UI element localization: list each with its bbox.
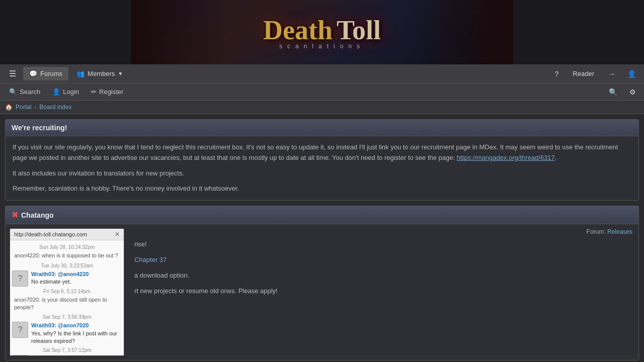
search-label: Search: [20, 88, 40, 96]
chat-widget: http://death-toll.chatango.com ✕ Sun Jul…: [10, 228, 124, 356]
chat-message-4: ? Wraith03: @anon7020 Yes, why? Is the l…: [12, 322, 122, 345]
chatango-inner: http://death-toll.chatango.com ✕ Sun Jul…: [6, 224, 638, 360]
chatango-icon: ✖: [12, 210, 18, 220]
chat-timestamp-2: Tue July 30, 3:23:53am: [12, 263, 122, 268]
releases-content: Forum: Releases rise! Chapter 37 a downl…: [128, 224, 638, 360]
home-icon: 🏠: [5, 104, 13, 111]
portal-link[interactable]: Portal: [16, 104, 31, 111]
chat-bubble-2: Wraith03: @anon7020 Yes, why? Is the lin…: [31, 322, 122, 345]
chat-avatar-wraith03-1: ?: [12, 270, 28, 287]
login-icon-button[interactable]: →: [604, 67, 619, 81]
chat-message-3: anon7020: is your discord still open to …: [12, 295, 122, 313]
sub-navbar: 🔍 Search 👤 Login ✏ Register 🔍 ⚙: [0, 83, 644, 101]
recruiting-title: We're recruiting!: [12, 124, 67, 132]
topnav-left: ☰ 💬 Forums 👥 Members ▼: [4, 66, 551, 81]
forum-label: Forum: Releases: [134, 228, 632, 235]
chat-sender-1: Wraith03: @anon4220: [31, 270, 89, 278]
chat-message-1: anon4220: when is it supposed to be out …: [12, 251, 122, 260]
advanced-search-button[interactable]: ⚙: [625, 85, 640, 99]
subnav-left: 🔍 Search 👤 Login ✏ Register: [4, 85, 605, 98]
chat-message-2: ? Wraith03: @anon4220 No estimate yet.: [12, 270, 122, 287]
forums-label: Forums: [40, 70, 62, 77]
chat-bubble-3: Wraith03: Well, if it has, here:: [31, 355, 78, 356]
reader-label: Reader: [573, 70, 594, 77]
chat-timestamp-1: Sun July 28, 10:24:32pm: [12, 244, 122, 250]
releases-entry-3: a download option.: [134, 270, 632, 281]
chat-widget-url: http://death-toll.chatango.com: [14, 231, 87, 237]
chat-timestamp-4: Sat Sep 7, 3:56:39pm: [12, 314, 122, 320]
banner-inner: Death Toll scanlations: [131, 0, 513, 64]
help-button[interactable]: ?: [551, 67, 563, 81]
chat-timestamp-3: Fri Sep 6, 5:12:14pm: [12, 289, 122, 294]
members-dropdown-icon: ▼: [118, 71, 123, 76]
chapter-link[interactable]: Chapter 37: [134, 256, 167, 263]
register-icon-button[interactable]: 👤: [623, 67, 640, 81]
recruiting-body: If you visit our site regularly, you kno…: [6, 136, 638, 200]
chat-avatar-wraith03-3: ?: [12, 355, 28, 356]
chat-text-2: Yes, why? Is the link I post with our re…: [31, 330, 122, 345]
login-icon: 👤: [52, 88, 60, 96]
breadcrumb-separator: ›: [34, 104, 36, 111]
register-icon: ✏: [91, 88, 97, 96]
forums-nav-button[interactable]: 💬 Forums: [23, 67, 68, 80]
hamburger-button[interactable]: ☰: [4, 66, 21, 81]
chat-messages: Sun July 28, 10:24:32pm anon4220: when i…: [10, 240, 124, 355]
chatango-body: http://death-toll.chatango.com ✕ Sun Jul…: [6, 224, 638, 360]
members-nav-button[interactable]: 👥 Members ▼: [70, 67, 129, 80]
main-content: We're recruiting! If you visit our site …: [0, 114, 644, 362]
login-label: Login: [63, 88, 79, 96]
banner-art-left: [131, 0, 231, 64]
register-button[interactable]: ✏ Register: [86, 85, 128, 98]
chat-sender-2: Wraith03: @anon7020: [31, 322, 122, 329]
recruiting-text2: It also includes our invitation to trans…: [13, 168, 631, 179]
recruiting-box: We're recruiting! If you visit our site …: [5, 119, 639, 201]
recruiting-text3: Remember, scanlation is a hobby. There's…: [13, 184, 631, 194]
banner-art-right: [413, 0, 513, 64]
board-index-link[interactable]: Board index: [39, 104, 71, 111]
banner-title-death: Death: [263, 15, 333, 46]
chat-widget-header: http://death-toll.chatango.com ✕: [10, 229, 124, 240]
portal-label: Portal: [16, 104, 31, 111]
chat-sender-3: Wraith03:: [31, 355, 78, 356]
site-banner: Death Toll scanlations: [0, 0, 644, 64]
releases-entry-1: rise!: [134, 239, 632, 250]
banner-title-toll: Toll: [337, 15, 381, 46]
chat-close-button[interactable]: ✕: [115, 231, 120, 238]
mangadex-link[interactable]: https://mangadex.org/thread/6317: [457, 154, 555, 161]
search-icon-button[interactable]: 🔍: [605, 85, 621, 99]
members-icon: 👥: [76, 70, 85, 77]
recruiting-header: We're recruiting!: [6, 120, 638, 136]
recruiting-text1: If you visit our site regularly, you kno…: [13, 142, 631, 163]
chat-bubble-1: Wraith03: @anon4220 No estimate yet.: [31, 270, 89, 286]
banner-subtitle: scanlations: [263, 43, 381, 50]
register-label: Register: [99, 88, 123, 96]
search-button[interactable]: 🔍 Search: [4, 85, 45, 98]
reader-nav-button[interactable]: Reader: [567, 67, 600, 80]
subnav-right: 🔍 ⚙: [605, 85, 640, 99]
chat-text-1: No estimate yet.: [31, 278, 89, 286]
board-index-label: Board index: [39, 104, 71, 111]
forums-icon: 💬: [29, 70, 37, 77]
chat-message-5: ? Wraith03: Well, if it has, here:: [12, 355, 122, 356]
releases-entry-2: Chapter 37: [134, 255, 632, 265]
members-label: Members: [88, 70, 115, 77]
topnav-right: ? Reader → 👤: [551, 67, 640, 81]
releases-forum-link[interactable]: Releases: [607, 228, 632, 235]
top-navbar: ☰ 💬 Forums 👥 Members ▼ ? Reader → 👤: [0, 64, 644, 83]
search-icon: 🔍: [9, 88, 17, 96]
chatango-title: Chatango: [21, 211, 54, 219]
chatango-header: ✖ Chatango: [6, 206, 638, 224]
releases-entry-4: rt new projects or resume old ones. Plea…: [134, 286, 632, 297]
login-button[interactable]: 👤 Login: [47, 85, 84, 98]
chatango-section: ✖ Chatango http://death-toll.chatango.co…: [5, 206, 639, 360]
chat-timestamp-5: Sat Sep 7, 3:57:12pm: [12, 347, 122, 353]
breadcrumb: 🏠 Portal › Board index: [0, 101, 644, 114]
chat-avatar-wraith03-2: ?: [12, 322, 28, 338]
